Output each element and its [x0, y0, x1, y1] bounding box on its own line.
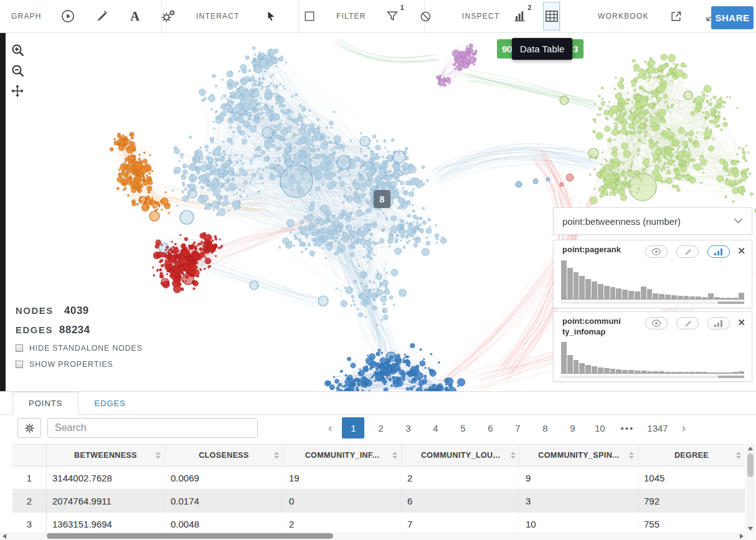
histogram-bar[interactable]: [635, 371, 640, 373]
histogram-bar[interactable]: [678, 296, 683, 299]
histogram-bar[interactable]: [714, 297, 720, 299]
sort-toggle-icon[interactable]: [511, 452, 516, 459]
sort-toggle-icon[interactable]: [156, 452, 161, 459]
center-view-button[interactable]: [11, 85, 25, 98]
histogram-bar[interactable]: [647, 289, 653, 299]
histograms-icon[interactable]: 2: [512, 9, 527, 24]
histogram-bar[interactable]: [689, 296, 695, 299]
histogram-bar[interactable]: [574, 272, 579, 299]
pagination-page[interactable]: 7: [506, 417, 529, 438]
histogram-bar[interactable]: [616, 288, 621, 299]
pagination-page[interactable]: 1: [342, 417, 364, 438]
histogram-bar[interactable]: [610, 287, 616, 299]
histogram-bar[interactable]: [696, 296, 701, 299]
histogram-bar[interactable]: [671, 295, 677, 299]
pagination-page[interactable]: 2: [369, 417, 392, 438]
histogram-bar[interactable]: [659, 371, 664, 373]
exclusion-ban-icon[interactable]: [418, 9, 433, 24]
histogram-bar[interactable]: [732, 298, 738, 299]
histogram-bar[interactable]: [604, 368, 610, 373]
attribute-selector-dropdown[interactable]: point:betweenness (number): [553, 207, 752, 235]
histogram-bar[interactable]: [567, 268, 573, 299]
histogram-toggle-icon[interactable]: [707, 317, 730, 329]
pagination-page[interactable]: 4: [424, 417, 447, 438]
histogram-bar[interactable]: [592, 282, 597, 299]
histogram-bar[interactable]: [653, 293, 658, 299]
node-label-badge[interactable]: 8: [374, 190, 390, 208]
histogram-bar[interactable]: [726, 372, 732, 373]
histogram-bar[interactable]: [659, 294, 664, 299]
zoom-out-button[interactable]: [11, 64, 25, 78]
pagination-next[interactable]: ›: [677, 421, 691, 435]
sort-toggle-icon[interactable]: [392, 452, 397, 459]
histogram-bar[interactable]: [721, 372, 726, 373]
histogram-bar[interactable]: [641, 371, 646, 373]
histogram-bar[interactable]: [592, 366, 597, 373]
marquee-select-icon[interactable]: [302, 9, 317, 24]
zoom-in-button[interactable]: [11, 44, 25, 57]
histogram-bar[interactable]: [647, 371, 653, 373]
histogram-scroll-thumb[interactable]: [718, 301, 744, 304]
histogram-toggle-icon[interactable]: [707, 245, 730, 258]
histogram-scroll-thumb[interactable]: [718, 376, 744, 378]
close-icon[interactable]: ✕: [737, 318, 745, 327]
tab-edges[interactable]: EDGES: [78, 392, 141, 414]
data-table-icon[interactable]: [544, 9, 559, 24]
pagination-page[interactable]: 10: [588, 417, 611, 438]
histogram-bar[interactable]: [641, 287, 646, 299]
scroll-right-arrow-icon[interactable]: [737, 532, 746, 540]
table-column-header[interactable]: CLOSENESS: [165, 445, 283, 466]
histogram-bar[interactable]: [721, 298, 726, 299]
pagination-page-last[interactable]: 1347: [643, 417, 671, 438]
pagination-page[interactable]: 9: [561, 417, 584, 438]
histogram-bar[interactable]: [628, 291, 634, 299]
histogram-bar[interactable]: [671, 372, 677, 373]
histogram-bar[interactable]: [635, 291, 640, 299]
histogram-bar[interactable]: [561, 260, 567, 299]
histogram-bar[interactable]: [732, 372, 738, 373]
histogram-bar[interactable]: [598, 367, 603, 373]
scroll-left-arrow-icon[interactable]: [0, 532, 9, 540]
histogram-bar[interactable]: [604, 286, 610, 299]
histogram-bar[interactable]: [696, 372, 701, 373]
histogram-bar[interactable]: [561, 342, 567, 373]
table-settings-button[interactable]: [17, 418, 41, 438]
pagination-page[interactable]: 3: [397, 417, 419, 438]
histogram-bar[interactable]: [665, 295, 671, 299]
scroll-up-arrow-icon[interactable]: [746, 444, 755, 452]
cursor-icon[interactable]: [263, 9, 278, 24]
histogram-bar[interactable]: [708, 293, 714, 299]
table-column-header[interactable]: DEGREE: [638, 445, 745, 466]
histogram-bar[interactable]: [739, 293, 744, 299]
histogram-bar[interactable]: [574, 360, 579, 373]
sort-toggle-icon[interactable]: [629, 452, 634, 459]
chevron-down-icon[interactable]: [734, 216, 743, 227]
histogram-bar[interactable]: [739, 371, 744, 373]
histogram-bar[interactable]: [653, 371, 658, 373]
table-column-header[interactable]: COMMUNITY_SPIN...: [520, 445, 638, 466]
histogram-bar[interactable]: [689, 372, 695, 373]
brush-toggle-icon[interactable]: [676, 317, 699, 329]
pagination-prev[interactable]: ‹: [323, 421, 337, 435]
show-properties-checkbox[interactable]: [16, 361, 23, 368]
open-workbook-external-icon[interactable]: [669, 9, 684, 24]
scroll-down-arrow-icon[interactable]: [746, 524, 755, 533]
play-layout-icon[interactable]: [60, 9, 75, 24]
histogram-bar[interactable]: [622, 370, 628, 373]
eye-toggle-icon[interactable]: [645, 245, 668, 258]
horizontal-scroll-thumb[interactable]: [47, 533, 333, 539]
histogram-bar[interactable]: [678, 372, 683, 373]
histogram-bar[interactable]: [585, 279, 591, 299]
text-label-icon[interactable]: A: [128, 9, 143, 24]
table-column-header[interactable]: COMMUNITY_INF...: [283, 445, 402, 466]
histogram-bar[interactable]: [622, 290, 628, 299]
layout-settings-gears-icon[interactable]: [161, 9, 176, 24]
histogram-bar[interactable]: [702, 372, 707, 373]
histogram-bar[interactable]: [684, 372, 689, 373]
histogram-bar[interactable]: [684, 296, 689, 299]
histogram-bar[interactable]: [665, 372, 671, 373]
pagination-page[interactable]: 8: [534, 417, 556, 438]
brush-icon[interactable]: [94, 9, 109, 24]
histogram-bar[interactable]: [708, 372, 714, 373]
histogram-bar[interactable]: [579, 276, 585, 299]
